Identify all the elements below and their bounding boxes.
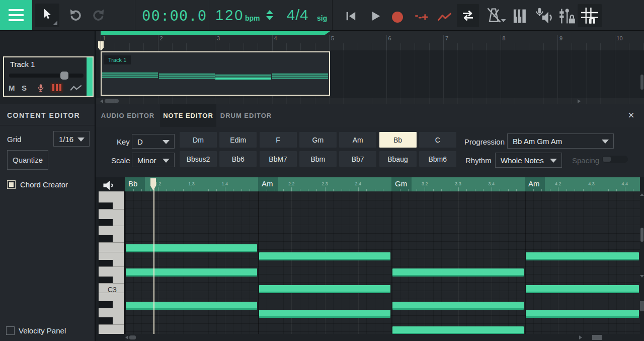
- loop-region-bar[interactable]: [101, 31, 330, 35]
- automation-record-icon[interactable]: [437, 11, 453, 23]
- track-volume-slider[interactable]: [9, 74, 84, 78]
- loop-button[interactable]: [457, 4, 479, 27]
- midi-note-D3-bar1[interactable]: [126, 268, 257, 277]
- note-grid[interactable]: Bb1.21.31.4Am2.22.32.4Gm3.23.33.4Am4.24.…: [125, 177, 640, 334]
- piano-black-key[interactable]: [99, 235, 113, 242]
- play-button[interactable]: [369, 10, 382, 22]
- chord-button-Dm[interactable]: Dm: [180, 132, 217, 148]
- hscroll-right-arrow-icon[interactable]: [578, 99, 581, 103]
- midi-note-Bb2-bar1[interactable]: [126, 302, 257, 310]
- hscroll-thumb[interactable]: [105, 99, 119, 103]
- track-name[interactable]: Track 1: [10, 60, 35, 69]
- piano-black-key[interactable]: [99, 260, 113, 267]
- quantize-button[interactable]: Quantize: [7, 150, 48, 170]
- chord-creator-checkbox[interactable]: [7, 180, 16, 189]
- chord-button-Bb[interactable]: Bb: [379, 132, 417, 148]
- spacing-toggle[interactable]: [602, 156, 628, 163]
- piano-black-key[interactable]: [99, 317, 113, 324]
- chord-button-F[interactable]: F: [260, 132, 297, 148]
- vzoom-thumb[interactable]: [640, 301, 644, 311]
- tab-drum-editor[interactable]: DRUM EDITOR: [216, 104, 276, 127]
- track-header[interactable]: Track 1 M S: [3, 56, 94, 97]
- chord-button-Bbm[interactable]: Bbm: [299, 151, 337, 167]
- tab-audio-editor[interactable]: AUDIO EDITOR: [96, 104, 160, 127]
- snap-grid-button[interactable]: [578, 4, 602, 27]
- grid-select[interactable]: 1/16: [53, 131, 90, 147]
- hzoom-thumb[interactable]: [592, 335, 602, 340]
- chord-button-Bbaug[interactable]: Bbaug: [379, 151, 417, 167]
- bpm-value[interactable]: 120: [215, 7, 244, 24]
- arrangement-hscrollbar[interactable]: [96, 98, 644, 104]
- midi-note-F3-bar1[interactable]: [126, 244, 257, 252]
- hscroll-thumb[interactable]: [129, 335, 136, 339]
- piano-roll-hscrollbar[interactable]: [125, 334, 644, 341]
- midi-note-A2-bar2[interactable]: [259, 310, 390, 318]
- piano-roll-vscrollbar[interactable]: [640, 191, 644, 334]
- mixer-lock-icon[interactable]: [556, 7, 577, 25]
- midi-note-D3-bar3[interactable]: [392, 268, 524, 277]
- velocity-panel-checkbox[interactable]: [6, 326, 15, 335]
- rhythm-select[interactable]: Whole Notes: [495, 153, 562, 168]
- track-instrument-button[interactable]: [50, 83, 63, 93]
- track-mic-icon[interactable]: [36, 84, 45, 93]
- skip-to-start-button[interactable]: [344, 10, 358, 22]
- timeline-ruler[interactable]: 12345678910: [96, 31, 644, 50]
- chord-strip[interactable]: Bb1.21.31.4Am2.22.32.4Gm3.23.33.4Am4.24.…: [125, 177, 640, 191]
- vscroll-up-arrow-icon[interactable]: [640, 193, 644, 196]
- redo-icon[interactable]: [91, 8, 108, 23]
- track-automation-icon[interactable]: [69, 84, 83, 92]
- midi-note-E3-bar4[interactable]: [526, 252, 639, 260]
- midi-note-C3-bar4[interactable]: [526, 285, 639, 293]
- time-signature-value[interactable]: 4/4: [287, 7, 308, 24]
- hamburger-menu-button[interactable]: [0, 0, 32, 30]
- spacing-toggle-knob[interactable]: [603, 157, 611, 162]
- vscroll-thumb[interactable]: [640, 228, 643, 242]
- midi-note-Bb2-bar3[interactable]: [392, 302, 524, 310]
- piano-black-key[interactable]: [99, 277, 113, 284]
- chord-button-Edim[interactable]: Edim: [219, 132, 257, 148]
- chord-button-BbM7[interactable]: BbM7: [260, 151, 297, 167]
- midi-note-E3-bar2[interactable]: [259, 252, 390, 260]
- arrangement-vscrollbar[interactable]: [640, 50, 644, 98]
- close-editor-button[interactable]: ×: [628, 109, 634, 122]
- piano-black-key[interactable]: [99, 202, 113, 210]
- record-button[interactable]: [392, 12, 403, 23]
- bpm-decrease-icon[interactable]: [266, 16, 273, 20]
- piano-keyboard[interactable]: C3: [99, 191, 124, 334]
- chord-button-Bb6[interactable]: Bb6: [219, 151, 257, 167]
- time-display[interactable]: 00:00.0: [142, 7, 207, 24]
- chord-button-Bb7[interactable]: Bb7: [339, 151, 376, 167]
- chord-button-Gm[interactable]: Gm: [299, 132, 337, 148]
- chord-button-Am[interactable]: Am: [339, 132, 376, 148]
- vscroll-thumb[interactable]: [640, 75, 643, 90]
- bpm-stepper[interactable]: [266, 10, 273, 20]
- volume-slider-thumb[interactable]: [60, 72, 68, 80]
- hscroll-right-arrow-icon[interactable]: [579, 335, 582, 339]
- midi-note-C3-bar2[interactable]: [259, 285, 390, 293]
- piano-icon[interactable]: [511, 8, 528, 24]
- hscroll-left-arrow-icon[interactable]: [100, 99, 103, 103]
- chord-button-Bbm6[interactable]: Bbm6: [419, 151, 456, 167]
- piano-black-key[interactable]: [99, 219, 113, 226]
- solo-button[interactable]: S: [22, 84, 27, 92]
- cursor-tool-button[interactable]: [35, 4, 59, 27]
- audition-speaker-icon[interactable]: [102, 179, 117, 191]
- metronome-icon[interactable]: [485, 7, 506, 25]
- midi-note-A2-bar4[interactable]: [526, 310, 639, 318]
- midi-clip[interactable]: Track 1: [101, 51, 330, 96]
- chord-button-C[interactable]: C: [419, 132, 456, 148]
- undo-icon[interactable]: [66, 8, 84, 23]
- key-select[interactable]: D: [132, 134, 175, 149]
- step-record-icon[interactable]: [415, 11, 430, 23]
- piano-black-key[interactable]: [99, 301, 113, 308]
- midi-note-G2-bar3[interactable]: [392, 326, 524, 334]
- scale-select[interactable]: Minor: [132, 153, 175, 167]
- vscroll-down-arrow-icon[interactable]: [640, 275, 644, 278]
- tab-note-editor[interactable]: NOTE EDITOR: [160, 104, 216, 127]
- bpm-increase-icon[interactable]: [266, 10, 273, 14]
- monitor-mic-speaker-icon[interactable]: [532, 7, 553, 25]
- mute-button[interactable]: M: [9, 84, 15, 92]
- chord-button-Bbsus2[interactable]: Bbsus2: [180, 151, 217, 167]
- hscroll-left-arrow-icon[interactable]: [125, 335, 128, 339]
- progression-select[interactable]: Bb Am Gm Am: [507, 133, 614, 149]
